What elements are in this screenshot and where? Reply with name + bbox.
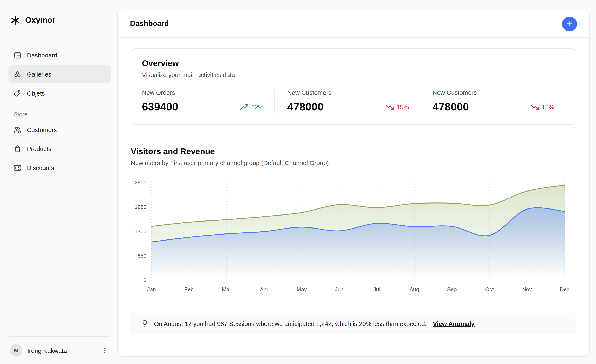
svg-text:650: 650 xyxy=(138,253,147,259)
svg-text:Sep: Sep xyxy=(447,286,456,292)
svg-text:Jan: Jan xyxy=(147,286,156,292)
overview-subtitle: Visualize your main activities data xyxy=(142,71,565,78)
stat-label: New Orders xyxy=(142,89,264,96)
visitors-chart: 0650130019502600JanFebMarAprMayJunJulAug… xyxy=(132,176,576,304)
sidebar-item-discounts[interactable]: Discounts xyxy=(8,159,111,176)
stat-delta: 15% xyxy=(396,103,409,110)
sidebar-item-label: Galleries xyxy=(27,71,51,78)
brand: Oxymor xyxy=(8,15,111,26)
sidebar-item-label: Dashboard xyxy=(27,51,57,58)
user-name: Irung Kakwata xyxy=(27,347,95,354)
page-title: Dashboard xyxy=(130,19,169,28)
stat-new-customers-1: New Customers 478000 15% xyxy=(274,89,420,113)
svg-text:1300: 1300 xyxy=(134,228,147,234)
svg-text:May: May xyxy=(297,286,307,292)
main-content: Overview Visualize your main activities … xyxy=(118,38,589,334)
stats-row: New Orders 639400 32% New Customers xyxy=(142,89,565,113)
user-block: M Irung Kakwata xyxy=(8,336,111,357)
stat-value: 478000 xyxy=(432,101,469,113)
ticket-icon xyxy=(14,164,22,171)
users-icon xyxy=(14,125,22,133)
asterisk-logo-icon xyxy=(10,15,21,26)
sidebar-section-store: Store xyxy=(14,111,105,117)
sidebar-item-products[interactable]: Products xyxy=(8,140,111,157)
sidebar-item-label: Discounts xyxy=(27,164,54,171)
stat-value: 478000 xyxy=(287,101,324,113)
sidebar-item-customers[interactable]: Customers xyxy=(8,121,111,138)
tag-icon xyxy=(14,89,22,97)
svg-text:Jun: Jun xyxy=(335,286,343,292)
sidebar-item-label: Products xyxy=(27,145,51,152)
galleries-icon xyxy=(14,70,22,78)
svg-text:Jul: Jul xyxy=(373,286,380,292)
user-row[interactable]: M Irung Kakwata xyxy=(8,344,111,357)
sidebar-store-nav: Customers Products Dis xyxy=(8,121,111,176)
stat-value: 639400 xyxy=(142,101,178,113)
stat-trend: 15% xyxy=(531,103,554,110)
sidebar-divider xyxy=(9,336,110,337)
main-panel: Dashboard Overview Visualize your main a… xyxy=(117,10,590,357)
add-button[interactable] xyxy=(562,16,577,31)
svg-text:Dec: Dec xyxy=(560,286,569,292)
svg-text:1950: 1950 xyxy=(134,204,147,210)
stat-trend: 32% xyxy=(240,103,264,110)
sidebar: Oxymor Dashboard xyxy=(0,0,119,364)
stat-label: New Customers xyxy=(432,89,554,96)
svg-text:Oct: Oct xyxy=(485,286,494,292)
trend-down-icon xyxy=(385,104,394,110)
overview-card: Overview Visualize your main activities … xyxy=(131,48,576,124)
view-anomaly-link[interactable]: View Anomaly xyxy=(433,320,475,327)
shopping-bag-icon xyxy=(14,145,22,153)
lightbulb-icon xyxy=(141,319,149,328)
stat-new-orders: New Orders 639400 32% xyxy=(142,89,274,113)
svg-text:Mar: Mar xyxy=(222,286,231,292)
main-header: Dashboard xyxy=(118,10,589,38)
kebab-menu-icon[interactable] xyxy=(100,346,109,355)
svg-text:0: 0 xyxy=(144,277,147,283)
stat-new-customers-2: New Customers 478000 15% xyxy=(420,89,565,113)
sidebar-item-objets[interactable]: Objets xyxy=(8,84,111,102)
svg-text:2600: 2600 xyxy=(134,180,147,186)
sidebar-item-label: Objets xyxy=(27,90,45,97)
visitors-section: Visitors and Revenue New users by First … xyxy=(131,147,576,334)
svg-text:Nov: Nov xyxy=(522,286,532,292)
sidebar-item-dashboard[interactable]: Dashboard xyxy=(8,46,111,64)
stat-delta: 32% xyxy=(251,103,264,110)
svg-text:Apr: Apr xyxy=(260,286,268,292)
anomaly-text: On August 12 you had 987 Sessions where … xyxy=(154,320,427,327)
visitors-title: Visitors and Revenue xyxy=(131,147,576,156)
trend-up-icon xyxy=(240,104,248,110)
avatar: M xyxy=(10,344,22,357)
trend-down-icon xyxy=(531,104,539,110)
stat-delta: 15% xyxy=(542,103,554,110)
stat-label: New Customers xyxy=(287,89,409,96)
dashboard-icon xyxy=(14,51,22,59)
app-root: Oxymor Dashboard xyxy=(0,0,596,364)
overview-title: Overview xyxy=(142,59,565,68)
sidebar-item-label: Customers xyxy=(27,126,57,133)
plus-icon xyxy=(566,20,573,27)
sidebar-item-galleries[interactable]: Galleries xyxy=(8,65,111,83)
anomaly-callout: On August 12 you had 987 Sessions where … xyxy=(131,313,576,334)
brand-name: Oxymor xyxy=(25,16,55,25)
sidebar-nav: Dashboard Galleries xyxy=(8,46,111,102)
visitors-subtitle: New users by First user primary channel … xyxy=(131,159,576,166)
svg-text:Feb: Feb xyxy=(184,286,194,292)
stat-trend: 15% xyxy=(385,103,409,110)
svg-text:Aug: Aug xyxy=(410,286,419,292)
